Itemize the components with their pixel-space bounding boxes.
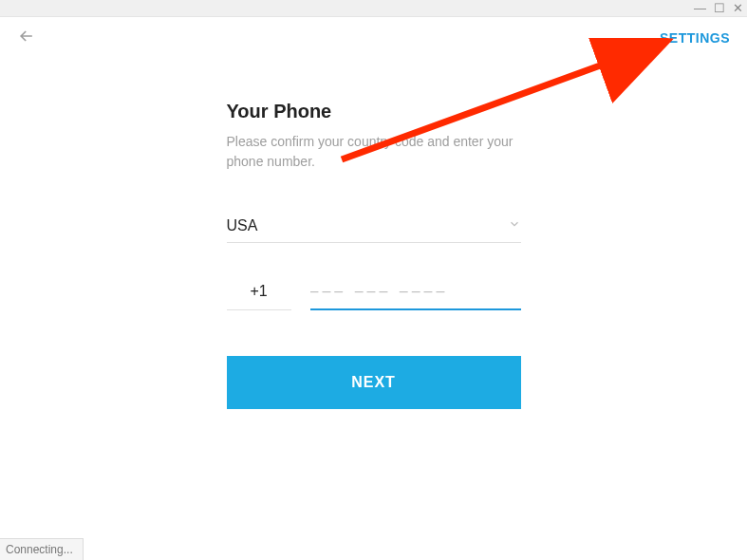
phone-row — [227, 277, 521, 310]
settings-link[interactable]: SETTINGS — [660, 30, 730, 46]
back-button[interactable] — [17, 27, 36, 49]
country-select[interactable]: USA — [227, 217, 521, 243]
close-button[interactable]: ✕ — [733, 2, 743, 14]
phone-number-input[interactable] — [310, 277, 521, 310]
next-button[interactable]: NEXT — [227, 356, 521, 409]
country-name: USA — [227, 217, 258, 234]
login-form: Your Phone Please confirm your country c… — [227, 101, 521, 409]
status-connecting: Connecting... — [0, 538, 84, 560]
country-code-input[interactable] — [227, 277, 291, 310]
arrow-left-icon — [17, 27, 36, 46]
maximize-button[interactable]: ☐ — [714, 2, 725, 14]
app-header: SETTINGS — [0, 17, 747, 59]
page-subtitle: Please confirm your country code and ent… — [227, 132, 521, 172]
window-titlebar: — ☐ ✕ — [0, 0, 747, 17]
minimize-button[interactable]: — — [694, 2, 706, 14]
chevron-down-icon — [508, 217, 521, 234]
page-title: Your Phone — [227, 101, 521, 122]
